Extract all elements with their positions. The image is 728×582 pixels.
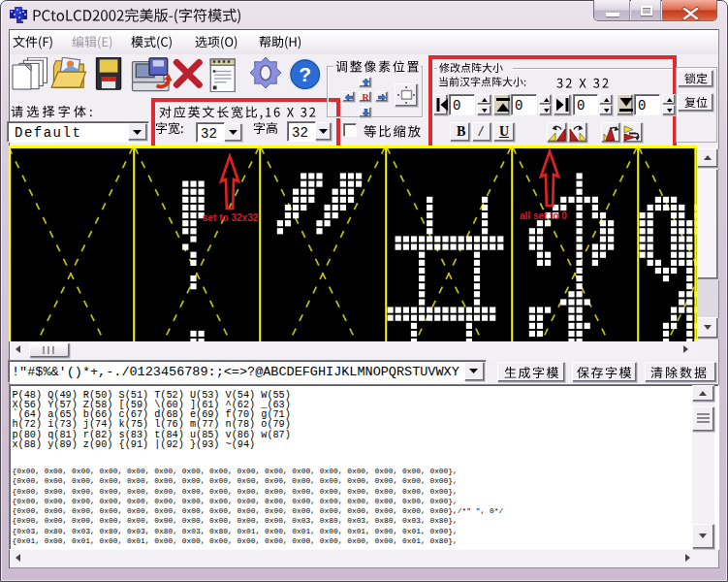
svg-text:?: ? bbox=[299, 63, 311, 85]
